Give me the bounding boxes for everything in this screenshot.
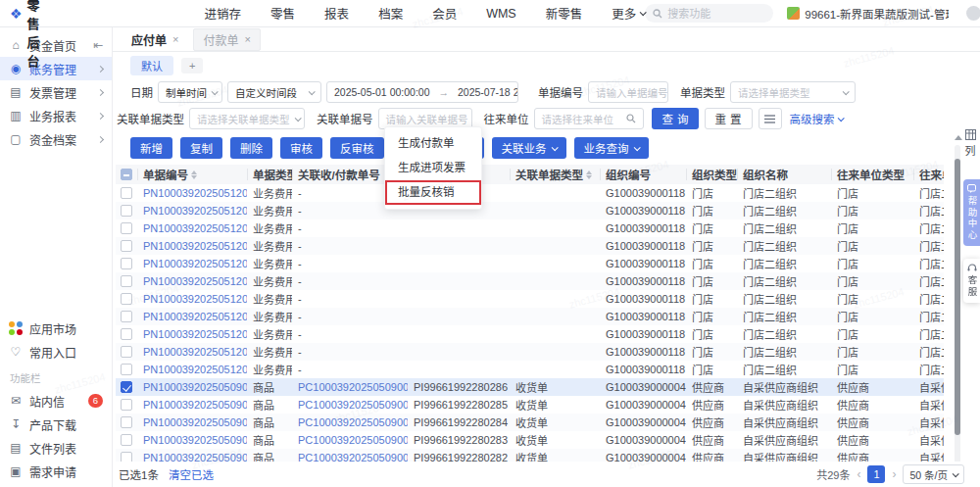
新增-button[interactable]: 新增 bbox=[130, 137, 172, 159]
store-switcher[interactable]: 99661-新界面果蔬版测试-管理... bbox=[787, 6, 949, 22]
menu-item-批量反核销[interactable]: 批量反核销 bbox=[385, 180, 481, 205]
bill-link-cell[interactable]: PC10003920250509000003 bbox=[292, 416, 408, 428]
sidebar-item-站内信[interactable]: ✉站内信6 bbox=[0, 389, 112, 413]
bill-link-cell[interactable]: PC10003920250509000004 bbox=[292, 434, 408, 446]
collapse-sidebar-icon[interactable]: ⇤ bbox=[93, 38, 103, 52]
row-checkbox[interactable] bbox=[121, 364, 132, 375]
search-input[interactable] bbox=[667, 8, 765, 20]
bill-link-cell[interactable]: PC10003920250509000002 bbox=[292, 399, 408, 411]
select-all-checkbox[interactable] bbox=[121, 169, 132, 180]
row-checkbox[interactable] bbox=[121, 381, 132, 393]
next-page-button[interactable]: › bbox=[892, 467, 896, 481]
sidebar-item-资金档案[interactable]: ▢资金档案 bbox=[0, 127, 112, 151]
tab-付款单[interactable]: 付款单× bbox=[193, 28, 260, 51]
table-row[interactable]: PN10003920250512000004业务费用-G100039000118… bbox=[116, 308, 944, 325]
业务查询-dropdown-button[interactable]: 业务查询 bbox=[574, 137, 649, 159]
sidebar-item-业务报表[interactable]: ▥业务报表 bbox=[0, 104, 112, 127]
column-header-单据编号[interactable]: 单据编号 bbox=[137, 165, 247, 184]
bill-link-cell[interactable]: PN10003920250512000008 bbox=[137, 240, 247, 252]
复制-button[interactable]: 复制 bbox=[180, 137, 222, 159]
sort-icon[interactable] bbox=[586, 170, 592, 179]
sidebar-item-发票管理[interactable]: ▤发票管理 bbox=[0, 80, 112, 104]
nav-item-档案[interactable]: 档案 bbox=[378, 4, 403, 23]
row-checkbox[interactable] bbox=[121, 346, 132, 358]
close-icon[interactable]: × bbox=[244, 33, 250, 45]
table-row[interactable]: PN10003920250512000006业务费用-G100039000118… bbox=[116, 272, 944, 290]
add-view-button[interactable]: + bbox=[181, 58, 203, 73]
bill-type-select[interactable]: 请选择单据类型 bbox=[730, 81, 856, 103]
table-row[interactable]: PN10003920250512000007业务费用-G100039000118… bbox=[116, 255, 944, 272]
table-row[interactable]: PN10003920250509000017商品PC10003920250509… bbox=[116, 396, 944, 414]
bill-link-cell[interactable]: PC10003920250509000001 bbox=[292, 381, 408, 393]
审核-button[interactable]: 审核 bbox=[280, 137, 322, 159]
table-row[interactable]: PN10003920250512000011业务费用-G100039000118… bbox=[116, 184, 944, 202]
table-row[interactable]: PN10003920250512000010业务费用-G100039000118… bbox=[116, 202, 944, 219]
bill-link-cell[interactable]: PN10003920250509000018 bbox=[137, 381, 247, 393]
sidebar-item-产品下载[interactable]: ↧产品下载 bbox=[0, 413, 112, 436]
row-checkbox[interactable] bbox=[121, 293, 132, 305]
nav-item-会员[interactable]: 会员 bbox=[432, 4, 457, 23]
bill-link-cell[interactable]: PN10003920250512000001 bbox=[137, 364, 247, 375]
bill-link-cell[interactable]: PN10003920250512000004 bbox=[137, 311, 247, 322]
table-row[interactable]: PN10003920250512000009业务费用-G100039000118… bbox=[116, 219, 944, 237]
row-checkbox[interactable] bbox=[121, 187, 132, 199]
query-button[interactable]: 查询 bbox=[652, 108, 699, 129]
date-mode-select[interactable]: 自定义时间段 bbox=[227, 81, 321, 103]
row-checkbox[interactable] bbox=[121, 258, 132, 269]
vertical-scrollbar[interactable] bbox=[954, 135, 961, 480]
clear-selection-link[interactable]: 清空已选 bbox=[169, 466, 214, 482]
sidebar-item-应用市场[interactable]: 应用市场 bbox=[0, 317, 112, 340]
vscroll-thumb[interactable] bbox=[955, 159, 960, 435]
row-checkbox[interactable] bbox=[121, 222, 132, 234]
row-checkbox[interactable] bbox=[121, 311, 132, 322]
row-checkbox[interactable] bbox=[121, 275, 132, 287]
sidebar-item-常用入口[interactable]: ♡常用入口 bbox=[0, 340, 112, 364]
bill-link-cell[interactable]: PN10003920250509000017 bbox=[137, 399, 247, 411]
user-menu[interactable]: zhc11 bbox=[966, 6, 980, 21]
nav-item-新零售[interactable]: 新零售 bbox=[546, 4, 583, 23]
prev-page-button[interactable]: ‹ bbox=[857, 467, 860, 481]
date-type-select[interactable]: 制单时间 bbox=[158, 81, 222, 103]
bill-link-cell[interactable]: PN10003920250512000006 bbox=[137, 275, 247, 287]
menu-item-生成付款单[interactable]: 生成付款单 bbox=[385, 131, 481, 156]
关联业务-dropdown-button[interactable]: 关联业务 bbox=[492, 137, 566, 159]
sort-icon[interactable] bbox=[191, 170, 197, 179]
bill-link-cell[interactable]: PN10003920250512000002 bbox=[137, 346, 247, 358]
bill-link-cell[interactable]: PN10003920250512000010 bbox=[137, 205, 247, 217]
view-chip-default[interactable]: 默认 bbox=[130, 56, 173, 75]
row-checkbox[interactable] bbox=[121, 240, 132, 252]
nav-item-更多[interactable]: 更多 bbox=[612, 4, 645, 23]
bill-link-cell[interactable]: PN10003920250512000007 bbox=[137, 258, 247, 269]
table-row[interactable]: PN10003920250512000008业务费用-G100039000118… bbox=[116, 237, 944, 255]
table-row[interactable]: PN10003920250512000001业务费用-G100039000118… bbox=[116, 361, 944, 378]
nav-item-进销存[interactable]: 进销存 bbox=[205, 4, 242, 23]
sidebar-item-文件列表[interactable]: ▤文件列表 bbox=[0, 436, 112, 460]
bill-link-cell[interactable]: PN10003920250509000016 bbox=[137, 416, 247, 428]
row-checkbox[interactable] bbox=[121, 328, 132, 340]
table-row[interactable]: PN10003920250512000003业务费用-G100039000118… bbox=[116, 325, 944, 343]
row-checkbox[interactable] bbox=[121, 434, 132, 446]
bill-no-input[interactable]: 请输入单据编号 bbox=[588, 81, 668, 103]
table-row[interactable]: PN10003920250512000002业务费用-G100039000118… bbox=[116, 343, 944, 361]
page-number[interactable]: 1 bbox=[867, 465, 885, 483]
table-row[interactable]: PN10003920250509000015商品PC10003920250509… bbox=[116, 431, 944, 449]
bill-link-cell[interactable]: PN10003920250512000009 bbox=[137, 222, 247, 234]
customer-service-tab[interactable]: 客服 bbox=[963, 259, 980, 303]
bill-link-cell[interactable]: PN10003920250509000015 bbox=[137, 434, 247, 446]
bill-link-cell[interactable]: PN10003920250512000005 bbox=[137, 293, 247, 305]
nav-item-WMS[interactable]: WMS bbox=[486, 7, 516, 21]
global-search[interactable] bbox=[645, 4, 773, 23]
删除-button[interactable]: 删除 bbox=[230, 137, 272, 159]
row-checkbox[interactable] bbox=[121, 205, 132, 217]
bill-link-cell[interactable]: PN10003920250512000011 bbox=[137, 187, 247, 199]
row-checkbox[interactable] bbox=[121, 399, 132, 411]
filter-lines-button[interactable] bbox=[759, 108, 782, 129]
menu-item-生成进项发票[interactable]: 生成进项发票 bbox=[385, 156, 481, 180]
column-settings-button[interactable]: 列 bbox=[961, 129, 979, 158]
date-range-picker[interactable]: 2025-05-01 00:00:00 → 2025-07-18 23:59:5… bbox=[326, 81, 518, 103]
reset-button[interactable]: 重置 bbox=[705, 108, 753, 129]
bill-link-cell[interactable]: PN10003920250512000003 bbox=[137, 328, 247, 340]
nav-item-零售[interactable]: 零售 bbox=[270, 4, 295, 23]
row-checkbox[interactable] bbox=[121, 416, 132, 428]
table-row[interactable]: PN10003920250509000018商品PC10003920250509… bbox=[116, 378, 944, 396]
